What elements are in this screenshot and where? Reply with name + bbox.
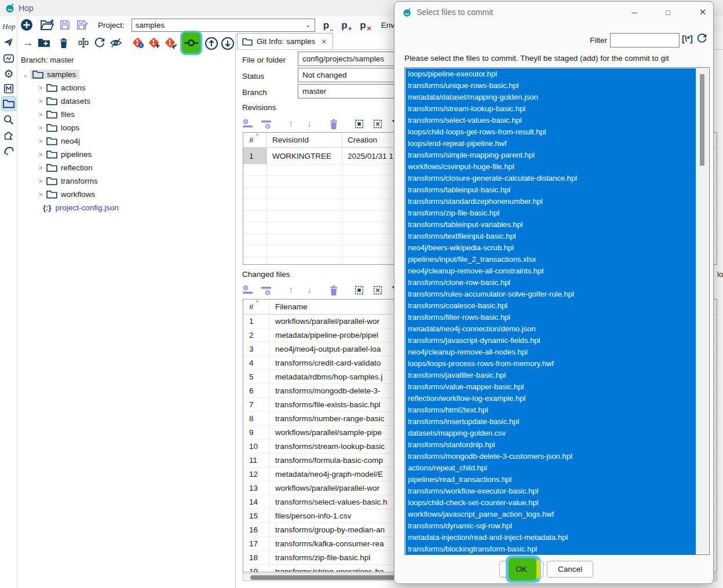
chevron-right-icon[interactable]: > bbox=[36, 124, 45, 132]
changed-file-num[interactable]: 17 bbox=[243, 537, 269, 550]
file-list-item-selected[interactable]: workflows/javascript_parse_action_logs.h… bbox=[406, 509, 696, 520]
execution-information-perspective-icon[interactable] bbox=[1, 51, 16, 66]
tree-item[interactable]: > datasets bbox=[17, 94, 235, 108]
project-add-button[interactable]: p+ bbox=[341, 20, 352, 30]
create-folder-button[interactable] bbox=[36, 35, 52, 50]
chevron-right-icon[interactable]: > bbox=[36, 151, 45, 159]
open-arrow-button[interactable]: → bbox=[20, 35, 35, 50]
tree-item[interactable]: > pipelines bbox=[17, 148, 235, 161]
revision-row-num[interactable]: 1 bbox=[243, 148, 266, 164]
chevron-right-icon[interactable]: > bbox=[36, 111, 45, 119]
file-list-item-selected[interactable]: transforms/clone-row-basic.hpl bbox=[406, 277, 696, 288]
close-button[interactable]: ✕ bbox=[691, 4, 715, 20]
tree-item[interactable]: > reflection bbox=[17, 161, 235, 174]
file-list-item-selected[interactable]: transforms/select-values-basic.hpl bbox=[406, 115, 696, 126]
chevron-right-icon[interactable]: > bbox=[36, 177, 45, 185]
git-pull-button[interactable] bbox=[220, 36, 235, 51]
project-delete-button[interactable]: p✕ bbox=[360, 20, 372, 30]
configuration-perspective-icon[interactable]: ⚙ bbox=[1, 66, 16, 81]
project-combobox[interactable]: samples ⌄ bbox=[132, 19, 315, 32]
project-edit-button[interactable]: p.. bbox=[323, 20, 334, 30]
tree-item[interactable]: > workflows bbox=[17, 188, 235, 201]
chevron-right-icon[interactable]: > bbox=[36, 137, 45, 145]
move-down-button[interactable]: ↓ bbox=[302, 283, 317, 298]
file-list-item-selected[interactable]: transforms/tableinput-basic.hpl bbox=[406, 184, 696, 196]
file-list-item-selected[interactable]: transforms/textfileinput-basic.hpl bbox=[406, 231, 696, 242]
file-list-item-selected[interactable]: datasets/mapping-golden.csv bbox=[406, 428, 696, 439]
changed-file-num[interactable]: 5 bbox=[243, 370, 269, 384]
file-list-item-selected[interactable]: workflows/csvinput-huge-file.hpl bbox=[406, 161, 696, 173]
clear-rows-button[interactable] bbox=[326, 283, 341, 298]
files-listbox[interactable]: loops/pipeline-executor.hpl transforms/u… bbox=[404, 67, 710, 555]
file-list-item-selected[interactable]: transforms/closure-generate-calculate-di… bbox=[406, 173, 696, 184]
git-revert-button[interactable] bbox=[163, 35, 178, 50]
save-as-button[interactable] bbox=[75, 17, 90, 32]
file-list-item-selected[interactable]: transforms/unique-rows-basic.hpl bbox=[406, 80, 696, 92]
file-list-item-selected[interactable]: loops/child-loops-get-rows-from-result.h… bbox=[406, 126, 696, 138]
changed-file-num[interactable]: 1 bbox=[243, 315, 269, 328]
column-header-num[interactable]: #^ bbox=[243, 300, 269, 314]
file-list-item-selected[interactable]: neo4j/cleanup-remove-all-nodes.hpl bbox=[406, 346, 696, 358]
open-file-button[interactable] bbox=[40, 17, 55, 32]
file-list-item-selected[interactable]: transforms/tableinput-variables.hpl bbox=[406, 219, 696, 231]
file-list-item-selected[interactable]: transforms/html2text.hpl bbox=[406, 404, 696, 416]
maximize-button[interactable]: □ bbox=[656, 4, 680, 20]
column-header-num[interactable]: #^ bbox=[243, 133, 266, 147]
file-list-item-selected[interactable]: neo4j/cleanup-remove-all-constraints.hpl bbox=[406, 265, 696, 277]
save-button[interactable] bbox=[57, 17, 72, 32]
refresh-icon[interactable] bbox=[696, 33, 707, 44]
changed-file-num[interactable]: 12 bbox=[243, 468, 269, 481]
chevron-right-icon[interactable]: > bbox=[36, 84, 45, 92]
file-list-item-selected[interactable]: loops/child-check-set-counter-value.hpl bbox=[406, 497, 696, 509]
file-list-item-selected[interactable]: transforms/workflow-executor-basic.hpl bbox=[406, 485, 696, 497]
changed-file-num[interactable]: 3 bbox=[243, 342, 269, 356]
file-list-item-selected[interactable]: loops/pipeline-executor.hpl bbox=[406, 68, 696, 80]
changed-file-num[interactable]: 2 bbox=[243, 328, 269, 342]
hide-file-icon-button[interactable] bbox=[108, 35, 123, 50]
tree-item[interactable]: > files bbox=[17, 108, 235, 121]
file-list-item-selected[interactable]: metadata/dataset/mapping-golden.json bbox=[406, 92, 696, 103]
plugins-perspective-icon[interactable] bbox=[1, 127, 16, 143]
clear-selection-button[interactable] bbox=[370, 283, 385, 298]
data-orchestration-perspective-icon[interactable] bbox=[1, 35, 16, 50]
file-list-item-selected[interactable]: transforms/mongodb-delete-3-customers-js… bbox=[406, 451, 696, 462]
vertical-scrollbar[interactable] bbox=[696, 68, 709, 554]
changed-file-num[interactable]: 6 bbox=[243, 384, 269, 397]
clear-selection-button[interactable] bbox=[370, 116, 385, 132]
chevron-right-icon[interactable]: > bbox=[36, 97, 45, 105]
file-list-item-selected[interactable]: metadata/neo4j-connection/demo.json bbox=[406, 323, 696, 335]
chevron-right-icon[interactable]: > bbox=[36, 164, 45, 172]
chevron-expanded-icon[interactable]: ⌄ bbox=[21, 71, 30, 79]
file-list-item-selected[interactable]: actions/repeat_child.hpl bbox=[406, 462, 696, 474]
tree-item[interactable]: > neo4j bbox=[17, 134, 235, 148]
git-info-button[interactable]: i bbox=[130, 35, 145, 50]
select-all-button[interactable] bbox=[352, 116, 367, 132]
file-list-item-selected[interactable]: pipelines/input/file_2_transactions.xlsx bbox=[406, 254, 696, 265]
changed-file-num[interactable]: 16 bbox=[243, 523, 269, 536]
changed-file-num[interactable]: 8 bbox=[243, 412, 269, 425]
regex-icon[interactable]: [\*] bbox=[682, 34, 693, 43]
clear-rows-button[interactable] bbox=[326, 116, 341, 132]
tree-item[interactable]: > actions bbox=[17, 81, 235, 94]
tree-item-project-config[interactable]: {:} project-config.json bbox=[17, 201, 235, 214]
file-list-item-selected[interactable]: metadata-injection/read-and-inject-metad… bbox=[406, 532, 696, 543]
search-perspective-icon[interactable] bbox=[1, 112, 16, 127]
move-down-button[interactable]: ↓ bbox=[302, 116, 317, 132]
tab-git-info[interactable]: Git Info: samples ✕ bbox=[237, 33, 333, 49]
insert-row-button[interactable] bbox=[240, 116, 255, 132]
file-list-item-selected[interactable]: transforms/blockingtransform-basic.hpl bbox=[406, 543, 696, 555]
file-list-item-selected[interactable]: loops/loops-process-rows-from-memory.hwf bbox=[406, 358, 696, 370]
file-list-item-selected[interactable]: reflection/workflow-log-example.hpl bbox=[406, 393, 696, 404]
changed-file-num[interactable]: 10 bbox=[243, 440, 269, 453]
file-list-item-selected[interactable]: transforms/value-mapper-basic.hpl bbox=[406, 381, 696, 393]
file-list-item-selected[interactable]: pipelines/read_transactions.hpl bbox=[406, 474, 696, 485]
neo4j-perspective-icon[interactable] bbox=[1, 143, 16, 158]
file-list-item-selected[interactable]: transforms/filter-rows-basic.hpl bbox=[406, 312, 696, 323]
git-push-button[interactable] bbox=[204, 36, 219, 51]
changed-file-num[interactable]: 13 bbox=[243, 481, 269, 495]
move-up-button[interactable]: ↑ bbox=[283, 116, 298, 132]
file-list-item-selected[interactable]: neo4j/beers-wikipedia-scrub.hpl bbox=[406, 242, 696, 254]
select-all-button[interactable] bbox=[352, 283, 367, 298]
tree-item[interactable]: > transforms bbox=[17, 174, 235, 188]
changed-file-num[interactable]: 9 bbox=[243, 426, 269, 439]
